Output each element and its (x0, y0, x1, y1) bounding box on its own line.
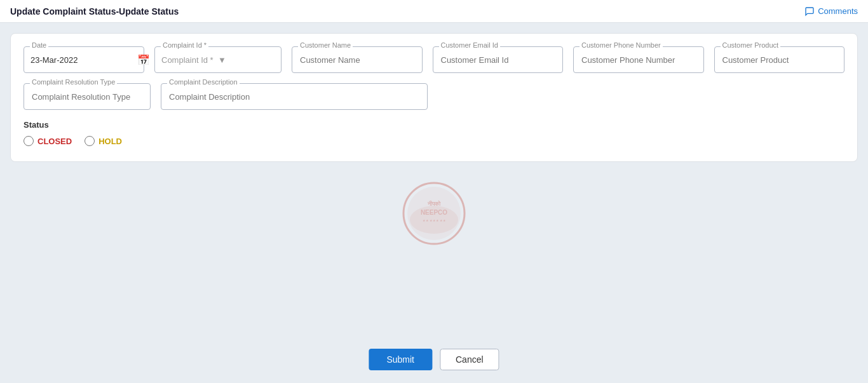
resolution-type-input[interactable] (24, 83, 151, 110)
radio-hold-option[interactable]: HOLD (85, 136, 122, 146)
svg-point-1 (407, 187, 461, 240)
page-title: Update Complaint Status-Update Status (10, 6, 179, 17)
svg-point-0 (403, 183, 465, 244)
customer-product-input[interactable] (714, 46, 845, 73)
customer-name-input[interactable] (292, 46, 423, 73)
submit-button[interactable]: Submit (369, 349, 432, 370)
customer-name-wrapper: Customer Name (292, 46, 423, 73)
description-wrapper: Complaint Description (161, 83, 428, 110)
comments-label: Comments (818, 6, 858, 16)
comments-link[interactable]: Comments (804, 6, 858, 17)
date-input-row: 📅 (24, 46, 144, 73)
status-label: Status (24, 120, 844, 130)
radio-closed-option[interactable]: CLOSED (24, 136, 72, 146)
customer-email-input[interactable] (433, 46, 564, 73)
radio-closed-input[interactable] (24, 136, 34, 146)
date-field-wrapper: Date 📅 (24, 46, 144, 73)
complaint-id-dropdown[interactable]: Complaint Id * ▼ (154, 46, 281, 73)
chevron-down-icon: ▼ (218, 55, 275, 65)
watermark: नीपको NEEPCO ★ ★ ★ ★ ★ ★ ★ (402, 182, 466, 248)
status-section: Status CLOSED HOLD (24, 120, 844, 146)
date-input[interactable] (31, 55, 137, 65)
comments-icon (804, 6, 815, 17)
svg-text:NEEPCO: NEEPCO (421, 209, 447, 216)
main-content: Date 📅 Complaint Id * Complaint Id * ▼ C… (0, 23, 868, 172)
form-row-1: Date 📅 Complaint Id * Complaint Id * ▼ C… (24, 46, 844, 73)
top-bar: Update Complaint Status-Update Status Co… (0, 0, 868, 23)
customer-phone-input[interactable] (573, 46, 704, 73)
complaint-id-placeholder: Complaint Id * (161, 55, 218, 65)
description-input[interactable] (161, 83, 428, 110)
svg-point-2 (410, 206, 458, 234)
complaint-id-wrapper: Complaint Id * Complaint Id * ▼ (154, 46, 281, 73)
neepco-logo: नीपको NEEPCO ★ ★ ★ ★ ★ ★ ★ (402, 182, 466, 245)
bottom-buttons: Submit Cancel (369, 349, 499, 370)
svg-text:★ ★ ★ ★ ★ ★ ★: ★ ★ ★ ★ ★ ★ ★ (423, 218, 446, 222)
radio-hold-input[interactable] (85, 136, 95, 146)
radio-closed-label: CLOSED (37, 137, 72, 146)
form-card: Date 📅 Complaint Id * Complaint Id * ▼ C… (10, 33, 858, 162)
radio-hold-label: HOLD (98, 137, 122, 146)
radio-group: CLOSED HOLD (24, 136, 844, 146)
form-row-2: Complaint Resolution Type Complaint Desc… (24, 83, 844, 110)
customer-phone-wrapper: Customer Phone Number (573, 46, 704, 73)
resolution-type-wrapper: Complaint Resolution Type (24, 83, 151, 110)
svg-text:नीपको: नीपको (427, 200, 441, 207)
cancel-button[interactable]: Cancel (440, 349, 499, 370)
customer-product-wrapper: Customer Product (714, 46, 845, 73)
calendar-icon[interactable]: 📅 (137, 54, 150, 66)
customer-email-wrapper: Customer Email Id (433, 46, 564, 73)
